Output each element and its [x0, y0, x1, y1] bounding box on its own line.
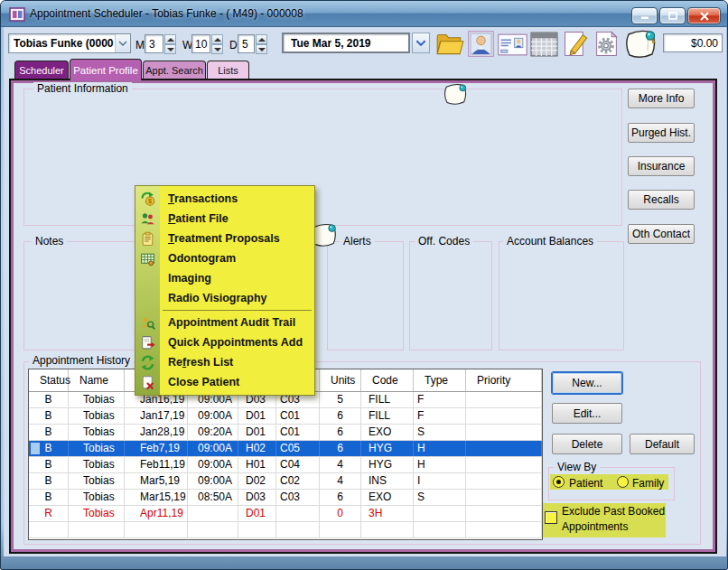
title-bar[interactable]: Appointment Scheduler - Tobias Funke - (…	[1, 1, 727, 27]
insurance-button[interactable]: Insurance	[628, 156, 695, 176]
table-cell	[466, 457, 542, 472]
new-button[interactable]: New...	[552, 372, 622, 394]
table-cell: H01	[238, 457, 276, 472]
note-icon[interactable]	[622, 29, 658, 63]
table-cell: FILL	[361, 408, 414, 424]
table-cell	[466, 408, 542, 424]
close-button[interactable]	[687, 7, 721, 24]
table-cell: 0	[320, 506, 361, 521]
week-spinner-value[interactable]: 10	[191, 34, 210, 53]
table-row[interactable]	[29, 522, 542, 538]
table-cell: C01	[276, 425, 320, 440]
view-by-family-radio[interactable]	[617, 476, 629, 488]
minimize-icon	[640, 12, 649, 20]
chart-note-icon[interactable]	[442, 82, 469, 110]
menu-item[interactable]: Odontogram	[135, 248, 314, 268]
default-button[interactable]: Default	[630, 434, 695, 454]
patient-icon[interactable]	[468, 31, 494, 61]
menu-item[interactable]: Patient File	[135, 209, 314, 229]
table-row[interactable]: BTobiasJan17,1909:00AD01C016FILLF	[29, 408, 542, 425]
menu-item[interactable]: Close Patient	[135, 372, 314, 392]
menu-item[interactable]: Quick Appointments Add	[135, 332, 314, 352]
delete-button[interactable]: Delete	[552, 434, 622, 454]
date-field[interactable]: Tue Mar 5, 2019	[282, 33, 410, 53]
date-dropdown-button[interactable]	[412, 33, 430, 53]
table-row[interactable]: BTobiasFeb11,1909:00AH01C044HYGH	[29, 457, 542, 473]
table-cell: C05	[276, 441, 320, 456]
table-row[interactable]: BTobiasFeb7,1909:00AH02C056HYGH	[29, 441, 542, 457]
table-cell	[361, 522, 414, 537]
table-cell: Tobias	[69, 425, 125, 440]
folder-icon[interactable]	[434, 31, 465, 61]
column-header[interactable]: Status	[29, 369, 69, 391]
table-cell: Tobias	[69, 506, 125, 521]
tab-scheduler[interactable]: Scheduler	[14, 61, 69, 79]
exclude-checkbox-box[interactable]	[545, 511, 557, 524]
more-info-button[interactable]: More Info	[628, 89, 695, 108]
menu-item[interactable]: Treatment Proposals	[135, 229, 314, 248]
exclude-checkbox-label[interactable]: Exclude Past Booked Appointments	[562, 504, 665, 535]
tab-patient-profile[interactable]: Patient Profile	[70, 59, 142, 80]
oth-contact-button[interactable]: Oth Contact	[628, 224, 695, 244]
table-cell: B	[29, 408, 69, 424]
table-row[interactable]: RTobiasApr11,19D0103H	[29, 506, 542, 522]
table-cell: Mar5,19	[125, 473, 188, 489]
table-cell: Tobias	[69, 473, 125, 489]
view-by-patient-radio[interactable]	[553, 476, 565, 488]
day-spinner-value[interactable]: 5	[238, 34, 255, 53]
table-cell	[276, 522, 320, 537]
alerts-group	[327, 241, 404, 350]
column-header[interactable]: Type	[414, 369, 466, 391]
purged-hist-button[interactable]: Purged Hist.	[628, 123, 695, 143]
appointment-scheduler-window: Appointment Scheduler - Tobias Funke - (…	[0, 0, 728, 570]
view-by-patient-label[interactable]: Patient	[569, 477, 602, 490]
table-row[interactable]: BTobiasMar5,1909:00AD02C024INSI	[29, 473, 542, 490]
table-cell: Tobias	[69, 392, 125, 407]
column-header[interactable]: Code	[361, 369, 414, 391]
day-spin-up[interactable]	[256, 34, 267, 44]
maximize-button[interactable]	[659, 7, 686, 24]
table-cell	[466, 522, 542, 537]
patient-card-icon[interactable]	[498, 33, 527, 61]
week-spin-down[interactable]	[211, 44, 223, 54]
table-cell: 09:00A	[188, 441, 238, 456]
recalls-button[interactable]: Recalls	[628, 190, 695, 210]
day-spin-down[interactable]	[256, 44, 267, 54]
month-spin-up[interactable]	[164, 34, 176, 44]
edit-icon[interactable]	[563, 31, 589, 61]
table-cell	[125, 522, 188, 537]
month-spinner-value[interactable]: 3	[145, 34, 163, 53]
month-label: M	[135, 39, 145, 51]
menu-item[interactable]: Radio Visiography	[135, 288, 314, 308]
month-spin-down[interactable]	[164, 44, 176, 54]
quick-add-icon	[135, 335, 160, 350]
tab-appt-search[interactable]: Appt. Search	[143, 61, 206, 79]
view-by-family-label[interactable]: Family	[632, 477, 664, 490]
settings-icon[interactable]	[593, 31, 620, 61]
menu-item[interactable]: Imaging	[135, 268, 314, 288]
table-cell: 09:00A	[188, 457, 238, 472]
week-spin-up[interactable]	[211, 34, 223, 44]
table-cell: FILL	[361, 392, 414, 407]
minimize-button[interactable]	[631, 7, 658, 24]
maximize-icon	[668, 12, 677, 20]
table-cell: 6	[320, 408, 361, 424]
table-cell: 3H	[361, 506, 414, 521]
column-header[interactable]: Name	[69, 369, 125, 391]
patient-combo[interactable]: Tobias Funke (0000	[8, 33, 131, 53]
exclude-label-line2: Appointments	[562, 520, 628, 533]
table-row[interactable]: BTobiasJan28,1909:20AD01C016EXOS	[29, 425, 542, 441]
edit-button[interactable]: Edit...	[552, 403, 622, 424]
table-cell: HYG	[361, 457, 414, 472]
table-row[interactable]: BTobiasMar15,1908:50AD03C036EXOS	[29, 490, 542, 506]
menu-item[interactable]: $Transactions	[135, 189, 314, 209]
table-cell: H02	[238, 441, 276, 456]
treatment-proposals-icon	[135, 231, 160, 247]
calendar-icon[interactable]	[530, 31, 558, 61]
column-header[interactable]: Priority	[466, 369, 542, 391]
combo-dropdown-icon[interactable]	[115, 34, 130, 52]
column-header[interactable]: Units	[320, 369, 361, 391]
tab-lists[interactable]: Lists	[207, 61, 249, 79]
menu-item[interactable]: Refresh List	[135, 352, 314, 372]
menu-item[interactable]: Appointment Audit Trail	[135, 313, 314, 332]
